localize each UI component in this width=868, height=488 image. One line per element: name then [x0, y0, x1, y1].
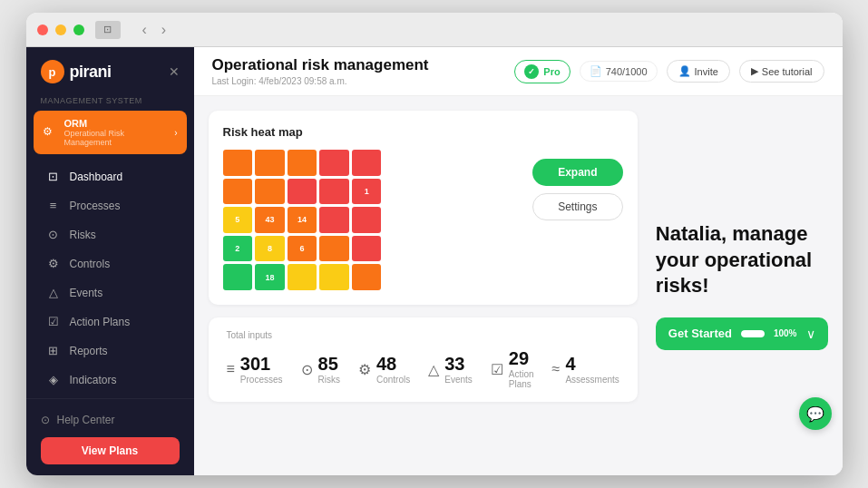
browser-titlebar: ⊡ ‹ ›	[26, 13, 843, 47]
nav-back-button[interactable]: ‹	[139, 20, 151, 40]
logo-text: pirani	[70, 63, 112, 82]
heat-map-cell[interactable]	[352, 264, 382, 290]
heat-map-cell[interactable]: 8	[255, 236, 285, 262]
tutorial-button[interactable]: ▶ See tutorial	[739, 60, 824, 83]
stat-label: Action Plans	[509, 369, 534, 389]
chat-icon: 💬	[806, 405, 824, 423]
stat-value: 85	[318, 355, 340, 373]
close-button[interactable]	[37, 24, 48, 35]
expand-button[interactable]: Expand	[532, 159, 623, 186]
stats-card: Total inputs ≡ 301 Processes ⊙ 85 Risks …	[209, 317, 638, 402]
stat-icon: ☑	[491, 361, 503, 378]
heat-map-cell[interactable]	[223, 264, 253, 290]
sidebar-item-events[interactable]: △ Events	[32, 278, 189, 307]
heat-map-cell[interactable]: 6	[288, 236, 317, 262]
sidebar-item-label: Risks	[70, 229, 96, 241]
sidebar-item-processes[interactable]: ≡ Processes	[32, 191, 189, 220]
heat-map-cell[interactable]	[288, 150, 317, 176]
nav-forward-button[interactable]: ›	[158, 20, 170, 40]
pro-badge: ✓ Pro	[514, 60, 570, 83]
sidebar-logo: p pirani ✕	[26, 47, 194, 93]
sidebar-item-indicators[interactable]: ◈ Indicators	[32, 366, 189, 394]
logo-icon: p	[41, 60, 64, 83]
heat-map-cell[interactable]	[255, 179, 285, 205]
file-icon: 📄	[590, 65, 602, 77]
heat-map-cell[interactable]	[223, 179, 253, 205]
heat-map-cell[interactable]	[352, 150, 382, 176]
sidebar-item-label: Indicators	[70, 374, 117, 386]
heat-map-cell[interactable]: 2	[223, 236, 253, 262]
orm-title: ORM	[64, 118, 168, 129]
sidebar-collapse-button[interactable]: ✕	[169, 64, 180, 79]
maximize-button[interactable]	[73, 24, 84, 35]
heat-map-cell[interactable]	[223, 150, 253, 176]
orm-subtitle: Operational Risk Management	[64, 129, 168, 147]
stat-value: 33	[444, 355, 473, 373]
stat-value: 29	[509, 349, 534, 367]
heat-map-cell[interactable]	[352, 207, 382, 233]
invite-button[interactable]: 👤 Invite	[667, 60, 730, 83]
sidebar: p pirani ✕ Management system ⚙ ORM Opera…	[26, 47, 194, 475]
heat-map-cell[interactable]	[319, 264, 349, 290]
stats-row: ≡ 301 Processes ⊙ 85 Risks ⚙ 48 Controls…	[227, 349, 619, 389]
heat-map-title: Risk heat map	[223, 125, 623, 139]
heat-map-cell[interactable]	[255, 150, 285, 176]
heat-map-cell[interactable]	[319, 150, 349, 176]
heat-map-cell[interactable]	[319, 179, 349, 205]
chat-bubble[interactable]: 💬	[799, 397, 832, 430]
stat-value: 301	[240, 355, 283, 373]
heat-map-cell[interactable]	[319, 207, 349, 233]
stat-item: △ 33 Events	[428, 355, 473, 385]
dashboard-icon: ⊡	[46, 170, 61, 183]
risk-heat-map-card: Risk heat map 15431428618 Expand Setting…	[209, 111, 638, 305]
view-plans-button[interactable]: View Plans	[41, 437, 180, 464]
play-icon: ▶	[751, 65, 758, 77]
invite-label: Invite	[695, 66, 718, 77]
sidebar-item-action-plans[interactable]: ☑ Action Plans	[32, 307, 189, 336]
heat-map-cell[interactable]: 5	[223, 207, 253, 233]
mgmt-label: Management system	[26, 93, 194, 111]
sidebar-footer: ⊙ Help Center View Plans	[26, 398, 194, 475]
credits-value: 740/1000	[606, 66, 648, 77]
sidebar-item-reports[interactable]: ⊞ Reports	[32, 337, 189, 365]
reports-icon: ⊞	[46, 344, 61, 357]
stat-label: Assessments	[565, 375, 619, 385]
heat-map-grid-area: 15431428618	[223, 150, 518, 290]
help-icon: ⊙	[41, 414, 50, 426]
heat-map-cell[interactable]: 1	[352, 179, 382, 205]
settings-button[interactable]: Settings	[532, 193, 623, 220]
sidebar-item-controls[interactable]: ⚙ Controls	[32, 249, 189, 278]
welcome-title: Natalia, manage your operational risks!	[656, 221, 828, 299]
stat-item: ≡ 301 Processes	[227, 355, 283, 385]
heat-map-cell[interactable]	[288, 179, 317, 205]
topbar: Operational risk management Last Login: …	[194, 47, 843, 96]
action-plans-icon: ☑	[46, 315, 61, 328]
heat-map-cell[interactable]	[288, 264, 317, 290]
get-started-container[interactable]: Get Started 100% ∨	[656, 317, 828, 350]
heat-map-cell[interactable]: 43	[255, 207, 285, 233]
stat-item: ⚙ 48 Controls	[358, 355, 410, 385]
sidebar-item-dashboard[interactable]: ⊡ Dashboard	[32, 162, 189, 190]
orm-chevron: ›	[174, 128, 177, 138]
tutorial-label: See tutorial	[762, 66, 813, 77]
stat-label: Risks	[318, 375, 340, 385]
page-title: Operational risk management	[212, 56, 429, 74]
processes-icon: ≡	[46, 199, 61, 212]
heat-map-cell[interactable]: 18	[255, 264, 285, 290]
minimize-button[interactable]	[55, 24, 66, 35]
pro-icon: ✓	[524, 64, 539, 79]
stat-label: Events	[444, 375, 473, 385]
heat-map-cell[interactable]	[319, 236, 349, 262]
controls-icon: ⚙	[46, 257, 61, 270]
orm-item[interactable]: ⚙ ORM Operational Risk Management ›	[34, 111, 187, 154]
sidebar-item-risks[interactable]: ⊙ Risks	[32, 220, 189, 249]
heat-map-cell[interactable]: 14	[288, 207, 317, 233]
heat-map-buttons: Expand Settings	[532, 150, 623, 220]
stat-value: 48	[376, 355, 410, 373]
nav-section: ⊡ Dashboard ≡ Processes ⊙ Risks ⚙ Contro…	[26, 161, 194, 398]
help-center-item[interactable]: ⊙ Help Center	[41, 410, 180, 430]
risks-icon: ⊙	[46, 228, 61, 241]
stat-item: ☑ 29 Action Plans	[491, 349, 534, 389]
heat-map-cell[interactable]	[352, 236, 382, 262]
heat-map-grid: 15431428618	[223, 150, 382, 290]
